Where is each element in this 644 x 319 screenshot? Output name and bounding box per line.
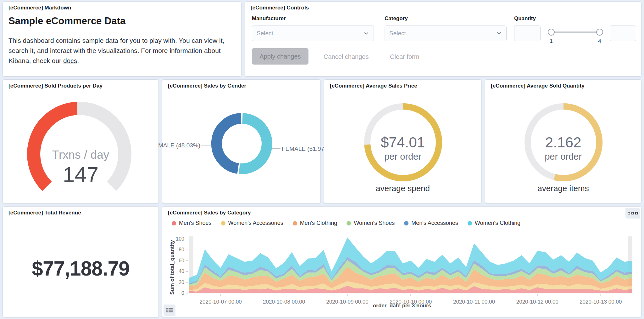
legend-dot — [172, 221, 176, 225]
category-select[interactable]: Select... — [385, 26, 507, 41]
chart-legend: Men's ShoesWomen's AccessoriesMen's Clot… — [172, 220, 520, 226]
gender-donut-chart — [162, 80, 320, 203]
legend-item-women-s-shoes[interactable]: Women's Shoes — [347, 220, 395, 226]
panel-sales-by-category: [eCommerce] Sales by Category Men's Shoe… — [162, 206, 641, 317]
svg-text:20: 20 — [179, 280, 184, 285]
markdown-heading: Sample eCommerce Data — [8, 15, 125, 27]
legend-label: Women's Accessories — [228, 220, 283, 226]
docs-link[interactable]: docs — [63, 57, 77, 64]
panel-sales-by-gender: [eCommerce] Sales by Gender MALE (48.03%… — [162, 79, 321, 203]
legend-dot — [468, 221, 472, 225]
chevron-down-icon — [364, 31, 369, 36]
svg-text:60: 60 — [179, 258, 184, 263]
legend-item-women-s-clothing[interactable]: Women's Clothing — [468, 220, 520, 226]
male-leader-line — [201, 145, 212, 145]
ring-caption: average items — [485, 184, 641, 193]
legend-dot — [347, 221, 351, 225]
panel-options-icon[interactable] — [625, 208, 640, 219]
quantity-slider-thumb-min[interactable] — [548, 29, 555, 36]
male-slice-label: MALE (48.03%) — [158, 142, 200, 149]
markdown-body: This dashboard contains sample data for … — [8, 36, 234, 66]
panel-title: [eCommerce] Markdown — [8, 5, 71, 11]
quantity-min-input[interactable] — [514, 26, 541, 41]
quantity-slider-thumb-max[interactable] — [596, 29, 603, 36]
quantity-label: Quantity — [514, 15, 536, 22]
area-chart: 0204060801002020-10-07 00:002020-10-08 0… — [165, 232, 639, 309]
panel-sold-products-per-day: [eCommerce] Sold Products per Day Trxns … — [3, 79, 159, 203]
apply-changes-button[interactable]: Apply changes — [252, 48, 308, 65]
markdown-text-after: . — [77, 57, 79, 64]
legend-item-women-s-accessories[interactable]: Women's Accessories — [221, 220, 283, 226]
legend-item-men-s-shoes[interactable]: Men's Shoes — [172, 220, 212, 226]
panel-markdown: [eCommerce] Markdown Sample eCommerce Da… — [3, 1, 242, 77]
panel-average-sales-price: [eCommerce] Average Sales Price $74.01 p… — [324, 79, 482, 203]
manufacturer-label: Manufacturer — [252, 15, 286, 22]
legend-label: Men's Clothing — [300, 220, 337, 226]
slider-min-label: 1 — [547, 38, 556, 44]
legend-dot — [221, 221, 225, 225]
svg-text:40: 40 — [179, 269, 184, 274]
slider-max-label: 4 — [595, 38, 604, 44]
gauge-chart — [3, 80, 158, 203]
markdown-text-before: This dashboard contains sample data for … — [8, 37, 224, 64]
panel-title: [eCommerce] Total Revenue — [8, 210, 81, 216]
legend-label: Women's Shoes — [354, 220, 395, 226]
manufacturer-select[interactable]: Select... — [252, 26, 374, 41]
quantity-max-input[interactable] — [610, 26, 636, 41]
ring-caption: average spend — [324, 184, 481, 193]
area-chart-container: Sum of total_quantity 0204060801002020-1… — [165, 232, 639, 315]
legend-label: Men's Shoes — [179, 220, 212, 226]
legend-label: Women's Clothing — [475, 220, 520, 226]
manufacturer-placeholder: Select... — [257, 30, 278, 37]
panel-average-sold-quantity: [eCommerce] Average Sold Quantity 2.162 … — [485, 79, 641, 203]
legend-dot — [404, 221, 408, 225]
category-placeholder: Select... — [389, 30, 411, 37]
list-icon — [166, 307, 173, 313]
panel-total-revenue: [eCommerce] Total Revenue $77,188.79 — [3, 206, 159, 317]
legend-item-men-s-clothing[interactable]: Men's Clothing — [293, 220, 337, 226]
legend-dot — [293, 221, 297, 225]
legend-label: Men's Accessories — [411, 220, 458, 226]
quantity-slider-track[interactable] — [550, 31, 601, 33]
category-label: Category — [385, 15, 408, 22]
legend-toggle-icon[interactable] — [164, 305, 175, 316]
clear-form-button[interactable]: Clear form — [388, 48, 421, 65]
svg-text:80: 80 — [179, 247, 184, 252]
total-revenue-value: $77,188.79 — [3, 257, 158, 280]
panel-title: [eCommerce] Controls — [251, 5, 309, 11]
svg-text:100: 100 — [176, 236, 184, 242]
x-axis-label: order_date per 3 hours — [165, 303, 639, 309]
female-leader-line — [272, 148, 280, 149]
panel-controls: [eCommerce] Controls Manufacturer Select… — [245, 1, 641, 77]
cancel-changes-button[interactable]: Cancel changes — [322, 48, 370, 65]
chevron-down-icon — [496, 31, 502, 36]
panel-title: [eCommerce] Sales by Category — [168, 210, 251, 216]
legend-item-men-s-accessories[interactable]: Men's Accessories — [404, 220, 458, 226]
svg-text:0: 0 — [181, 290, 184, 296]
